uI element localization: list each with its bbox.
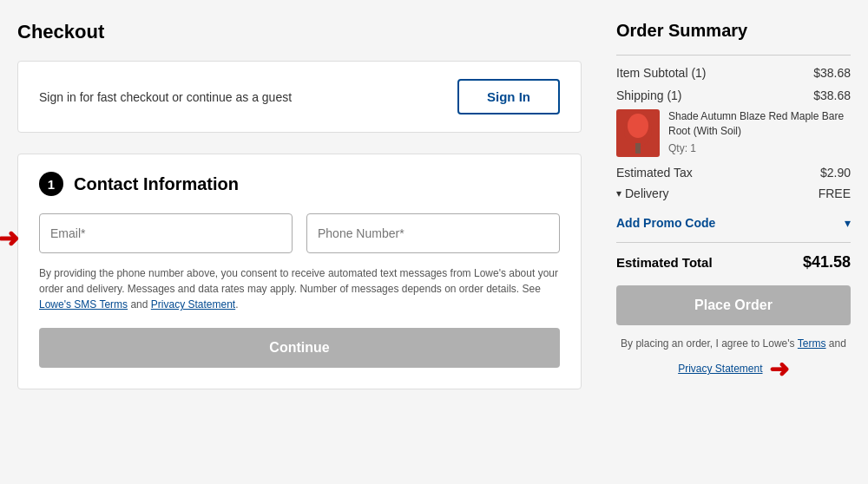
summary-divider xyxy=(616,55,851,56)
estimated-tax-value: $2.90 xyxy=(820,166,851,180)
sign-in-button[interactable]: Sign In xyxy=(457,79,560,114)
input-row-wrapper: ➜ xyxy=(39,213,560,253)
svg-point-1 xyxy=(628,114,648,138)
contact-input-row xyxy=(39,213,560,253)
main-content: Checkout Sign in for fast checkout or co… xyxy=(17,21,582,463)
contact-section-title: Contact Information xyxy=(74,174,239,194)
shipping-item: Shade Autumn Blaze Red Maple Bare Root (… xyxy=(616,109,851,157)
contact-section-header: 1 Contact Information xyxy=(39,172,560,196)
sign-in-banner: Sign in for fast checkout or continue as… xyxy=(17,61,582,133)
consent-text: By providing the phone number above, you… xyxy=(39,265,560,312)
terms-link[interactable]: Terms xyxy=(798,336,826,351)
place-order-button[interactable]: Place Order xyxy=(616,285,851,325)
product-img-svg xyxy=(621,112,655,155)
estimated-tax-row: Estimated Tax $2.90 xyxy=(616,166,851,180)
shipping-section: Shipping (1) $38.68 Shade Autumn Blaze R… xyxy=(616,88,851,157)
svg-rect-2 xyxy=(635,143,641,154)
product-qty: Qty: 1 xyxy=(668,142,851,154)
delivery-value: FREE xyxy=(819,186,851,200)
product-name: Shade Autumn Blaze Red Maple Bare Root (… xyxy=(668,109,851,139)
arrow-indicator-left: ➜ xyxy=(0,226,19,252)
phone-number-field[interactable] xyxy=(306,213,560,253)
sms-terms-link[interactable]: Lowe's SMS Terms xyxy=(39,298,128,311)
estimated-total-value: $41.58 xyxy=(803,253,851,271)
shipping-value: $38.68 xyxy=(813,88,851,102)
product-image xyxy=(616,109,660,157)
promo-code-row[interactable]: Add Promo Code ▾ xyxy=(616,213,851,230)
shipping-label: Shipping (1) xyxy=(616,88,682,102)
contact-information-section: 1 Contact Information ➜ By providing the… xyxy=(17,154,582,389)
promo-code-label[interactable]: Add Promo Code xyxy=(616,216,715,230)
estimated-total-section: Estimated Total $41.58 xyxy=(616,242,851,271)
delivery-label: ▾ Delivery xyxy=(616,186,669,200)
arrow-indicator-right: ➜ xyxy=(769,351,789,388)
chevron-down-icon: ▾ xyxy=(616,187,621,199)
product-details: Shade Autumn Blaze Red Maple Bare Root (… xyxy=(668,109,851,157)
estimated-total-label: Estimated Total xyxy=(616,253,713,271)
shipping-header: Shipping (1) $38.68 xyxy=(616,88,851,102)
delivery-row: ▾ Delivery FREE xyxy=(616,186,851,200)
sign-in-prompt-text: Sign in for fast checkout or continue as… xyxy=(39,90,292,104)
order-summary-sidebar: Order Summary Item Subtotal (1) $38.68 S… xyxy=(616,21,851,463)
order-summary-title: Order Summary xyxy=(616,21,851,41)
order-terms-text: By placing an order, I agree to Lowe's T… xyxy=(616,336,851,388)
item-subtotal-value: $38.68 xyxy=(813,66,851,80)
item-subtotal-label: Item Subtotal (1) xyxy=(616,66,707,80)
privacy-statement-link-form[interactable]: Privacy Statement xyxy=(151,298,235,311)
continue-button[interactable]: Continue xyxy=(39,328,560,368)
privacy-statement-link-order[interactable]: Privacy Statement xyxy=(678,363,762,375)
item-subtotal-row: Item Subtotal (1) $38.68 xyxy=(616,66,851,80)
page-title: Checkout xyxy=(17,21,582,43)
step-badge: 1 xyxy=(39,172,63,196)
estimated-total-row: Estimated Total $41.58 xyxy=(616,253,851,271)
estimated-tax-label: Estimated Tax xyxy=(616,166,693,180)
email-field[interactable] xyxy=(39,213,293,253)
promo-chevron-icon[interactable]: ▾ xyxy=(845,216,851,230)
